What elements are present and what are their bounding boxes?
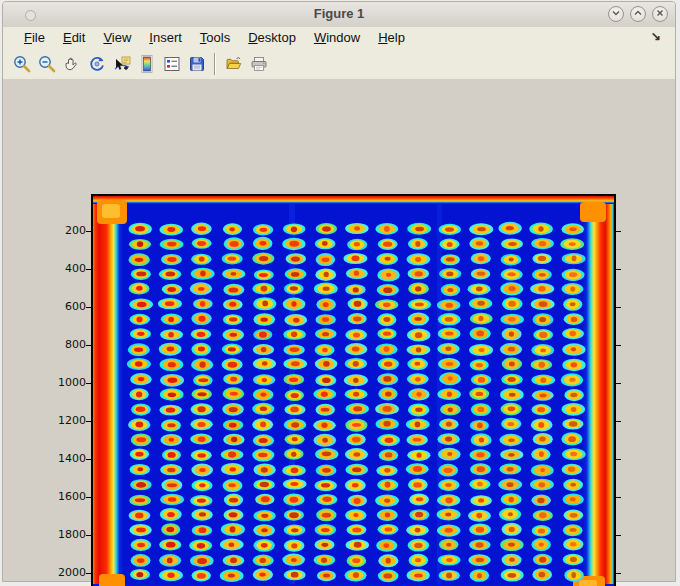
y-tick-label: 200 — [46, 224, 86, 237]
menu-insert[interactable]: Insert — [140, 28, 191, 47]
menu-help[interactable]: Help — [369, 28, 414, 47]
y-tick-right — [616, 421, 621, 422]
data-cursor-icon[interactable] — [110, 52, 133, 75]
zoom-out-icon[interactable] — [35, 52, 58, 75]
zoom-in-icon[interactable] — [10, 52, 33, 75]
menu-desktop[interactable]: Desktop — [239, 28, 305, 47]
save-icon[interactable] — [185, 52, 208, 75]
menu-view[interactable]: View — [94, 28, 140, 47]
y-tick-label: 1000 — [46, 376, 86, 389]
y-tick — [86, 535, 91, 536]
titlebar[interactable]: Figure 1 — [3, 2, 675, 28]
figure-canvas: 2004006008001000120014002004006008001000… — [3, 79, 675, 581]
unshade-button[interactable] — [630, 6, 646, 22]
y-tick-right — [616, 345, 621, 346]
print-icon[interactable] — [247, 52, 270, 75]
y-tick-label: 2000 — [46, 566, 86, 579]
y-tick-label: 400 — [46, 262, 86, 275]
menu-file[interactable]: File — [15, 28, 54, 47]
y-tick-label: 1800 — [46, 528, 86, 541]
y-tick-right — [616, 535, 621, 536]
y-tick-label: 600 — [46, 300, 86, 313]
y-tick — [86, 421, 91, 422]
menu-tools[interactable]: Tools — [191, 28, 239, 47]
y-tick — [86, 383, 91, 384]
toolbar-separator — [214, 53, 216, 75]
y-tick-right — [616, 269, 621, 270]
pan-icon[interactable] — [60, 52, 83, 75]
y-tick — [86, 459, 91, 460]
menubar: FileEditViewInsertToolsDesktopWindowHelp — [3, 27, 675, 48]
menu-window[interactable]: Window — [305, 28, 369, 47]
y-tick — [86, 269, 91, 270]
y-tick-right — [616, 383, 621, 384]
y-tick-right — [616, 231, 621, 232]
x-icon — [652, 5, 668, 24]
y-tick-right — [616, 307, 621, 308]
y-tick — [86, 231, 91, 232]
y-tick-right — [616, 573, 621, 574]
chevron-down-icon — [608, 5, 624, 24]
figure-window: Figure 1 FileEditViewInsertToolsDesktopW… — [2, 1, 676, 582]
y-tick-label: 1200 — [46, 414, 86, 427]
plot-axes[interactable]: 2004006008001000120014002004006008001000… — [91, 194, 616, 586]
y-tick — [86, 497, 91, 498]
y-tick-right — [616, 497, 621, 498]
y-tick-label: 800 — [46, 338, 86, 351]
toolbar — [3, 48, 675, 80]
shade-button[interactable] — [608, 6, 624, 22]
menu-edit[interactable]: Edit — [54, 28, 94, 47]
y-tick — [86, 307, 91, 308]
window-controls — [608, 6, 668, 22]
y-tick-right — [616, 459, 621, 460]
y-tick-label: 1400 — [46, 452, 86, 465]
colorbar-icon[interactable] — [135, 52, 158, 75]
dock-figure-icon[interactable]: ↘ — [651, 29, 661, 43]
y-tick — [86, 573, 91, 574]
window-title: Figure 1 — [3, 6, 675, 21]
legend-icon[interactable] — [160, 52, 183, 75]
chevron-up-icon — [630, 5, 646, 24]
open-folder-icon[interactable] — [222, 52, 245, 75]
heatmap-image — [93, 196, 614, 586]
rotate-3d-icon[interactable] — [85, 52, 108, 75]
y-tick-label: 1600 — [46, 490, 86, 503]
close-button[interactable] — [652, 6, 668, 22]
y-tick — [86, 345, 91, 346]
